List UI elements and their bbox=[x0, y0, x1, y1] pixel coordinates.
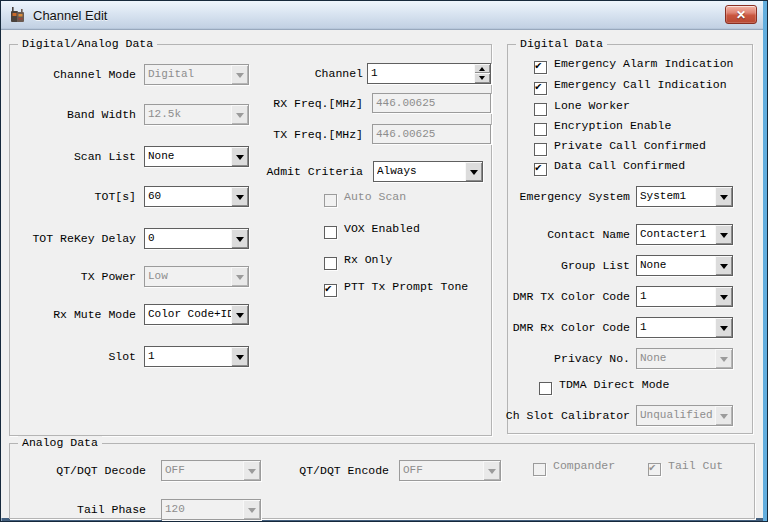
auto-scan-label: Auto Scan bbox=[344, 190, 406, 203]
chevron-down-icon[interactable] bbox=[715, 318, 732, 337]
chevron-down-icon[interactable] bbox=[231, 187, 248, 206]
scan-list-select[interactable]: None bbox=[144, 146, 249, 167]
tx-freq-input: 446.00625 bbox=[372, 124, 491, 144]
group-list-select[interactable]: None bbox=[636, 255, 733, 276]
tot-rekey-delay-label: TOT ReKey Delay bbox=[32, 228, 136, 249]
chevron-down-icon[interactable] bbox=[715, 187, 732, 206]
vox-enabled-checkbox[interactable] bbox=[324, 226, 337, 239]
rx-freq-input: 446.00625 bbox=[372, 93, 491, 113]
chevron-down-icon[interactable] bbox=[715, 256, 732, 275]
dmr-tx-color-code-select[interactable]: 1 bbox=[636, 286, 733, 307]
vox-enabled-label: VOX Enabled bbox=[344, 222, 420, 235]
tot-rekey-delay-select[interactable]: 0 bbox=[144, 228, 249, 249]
tx-freq-value: 446.00625 bbox=[376, 128, 435, 140]
ptt-tx-prompt-tone-checkbox[interactable] bbox=[324, 284, 337, 297]
emergency-system-select[interactable]: System1 bbox=[636, 186, 733, 207]
chevron-down-icon[interactable] bbox=[231, 305, 248, 324]
tail-phase-select: 120 bbox=[161, 499, 261, 520]
group-digital-data: Digital Data Emergency Alarm Indication … bbox=[507, 44, 753, 434]
tx-power-label: TX Power bbox=[81, 266, 136, 287]
admit-criteria-select[interactable]: Always bbox=[373, 161, 483, 182]
tot-label: TOT[s] bbox=[95, 186, 136, 207]
rx-only-label: Rx Only bbox=[344, 253, 392, 266]
qt-dqt-encode-label: QT/DQT Encode bbox=[299, 460, 389, 481]
tx-freq-label: TX Freq.[MHz] bbox=[273, 124, 363, 145]
scan-list-value: None bbox=[148, 147, 231, 166]
tdma-direct-mode-checkbox[interactable] bbox=[539, 382, 552, 395]
tot-select[interactable]: 60 bbox=[144, 186, 249, 207]
tx-power-value: Low bbox=[148, 267, 231, 286]
band-width-value: 12.5k bbox=[148, 105, 231, 124]
chevron-down-icon[interactable] bbox=[465, 162, 482, 181]
private-call-confirmed-checkbox[interactable] bbox=[534, 143, 547, 156]
radio-icon bbox=[9, 6, 27, 24]
tx-power-select: Low bbox=[144, 266, 249, 287]
group-title: Digital Data bbox=[516, 37, 607, 51]
contact-name-value: Contacter1 bbox=[640, 225, 715, 244]
dmr-tx-color-code-label: DMR TX Color Code bbox=[513, 286, 630, 307]
chevron-down-icon[interactable] bbox=[715, 287, 732, 306]
group-list-label: Group List bbox=[561, 255, 630, 276]
dialog-body: Digital/Analog Data Channel Mode Digital… bbox=[1, 30, 763, 518]
tail-phase-value: 120 bbox=[165, 500, 243, 519]
qt-dqt-encode-value: OFF bbox=[403, 461, 483, 480]
contact-name-select[interactable]: Contacter1 bbox=[636, 224, 733, 245]
slot-select[interactable]: 1 bbox=[144, 346, 249, 367]
emergency-call-indication-label: Emergency Call Indication bbox=[554, 78, 727, 91]
channel-spinner[interactable]: 1 bbox=[367, 63, 491, 84]
rx-only-checkbox[interactable] bbox=[324, 257, 337, 270]
dmr-rx-color-code-label: DMR Rx Color Code bbox=[513, 317, 630, 338]
close-button[interactable]: ✕ bbox=[725, 5, 757, 24]
slot-label: Slot bbox=[108, 346, 136, 367]
group-digital-analog-data: Digital/Analog Data Channel Mode Digital… bbox=[9, 44, 492, 436]
tail-phase-label: Tail Phase bbox=[77, 499, 146, 520]
chevron-down-icon[interactable] bbox=[231, 147, 248, 166]
arrow-up-icon bbox=[479, 64, 485, 71]
tot-value: 60 bbox=[148, 187, 231, 206]
ch-slot-calibrator-select: Unqualified bbox=[636, 405, 733, 426]
admit-criteria-label: Admit Criteria bbox=[266, 161, 363, 182]
ch-slot-calibrator-value: Unqualified bbox=[640, 406, 715, 425]
lone-worker-checkbox[interactable] bbox=[534, 103, 547, 116]
emergency-system-value: System1 bbox=[640, 187, 715, 206]
chevron-down-icon bbox=[715, 406, 732, 425]
chevron-down-icon bbox=[243, 461, 260, 480]
chevron-down-icon[interactable] bbox=[231, 347, 248, 366]
spinner-buttons bbox=[474, 64, 490, 83]
window-title: Channel Edit bbox=[33, 8, 107, 23]
spin-down-button[interactable] bbox=[474, 73, 490, 83]
slot-value: 1 bbox=[148, 347, 231, 366]
chevron-down-icon[interactable] bbox=[715, 225, 732, 244]
spin-up-button[interactable] bbox=[474, 64, 490, 73]
qt-dqt-decode-label: QT/DQT Decode bbox=[56, 460, 146, 481]
tail-cut-label: Tail Cut bbox=[668, 459, 723, 472]
dmr-rx-color-code-select[interactable]: 1 bbox=[636, 317, 733, 338]
auto-scan-checkbox bbox=[324, 194, 337, 207]
data-call-confirmed-label: Data Call Confirmed bbox=[554, 159, 685, 172]
qt-dqt-decode-select: OFF bbox=[161, 460, 261, 481]
close-icon: ✕ bbox=[736, 9, 746, 21]
chevron-down-icon bbox=[483, 461, 500, 480]
lone-worker-label: Lone Worker bbox=[554, 99, 630, 112]
privacy-no-select: None bbox=[636, 348, 733, 369]
privacy-no-value: None bbox=[640, 349, 715, 368]
dmr-tx-color-code-value: 1 bbox=[640, 287, 715, 306]
emergency-alarm-indication-checkbox[interactable] bbox=[534, 61, 547, 74]
data-call-confirmed-checkbox[interactable] bbox=[534, 163, 547, 176]
chevron-down-icon[interactable] bbox=[231, 229, 248, 248]
group-list-value: None bbox=[640, 256, 715, 275]
rx-mute-mode-select[interactable]: Color Code+ID bbox=[144, 304, 249, 325]
compander-checkbox bbox=[533, 463, 546, 476]
chevron-down-icon bbox=[243, 500, 260, 519]
encryption-enable-checkbox[interactable] bbox=[534, 123, 547, 136]
tdma-direct-mode-label: TDMA Direct Mode bbox=[559, 378, 669, 391]
channel-mode-select: Digital bbox=[144, 64, 249, 85]
channel-mode-value: Digital bbox=[148, 65, 231, 84]
emergency-call-indication-checkbox[interactable] bbox=[534, 82, 547, 95]
private-call-confirmed-label: Private Call Confirmed bbox=[554, 139, 706, 152]
compander-label: Compander bbox=[553, 459, 615, 472]
scan-list-label: Scan List bbox=[74, 146, 136, 167]
encryption-enable-label: Encryption Enable bbox=[554, 119, 671, 132]
channel-value: 1 bbox=[371, 67, 378, 79]
titlebar[interactable]: Channel Edit ✕ bbox=[1, 1, 763, 30]
